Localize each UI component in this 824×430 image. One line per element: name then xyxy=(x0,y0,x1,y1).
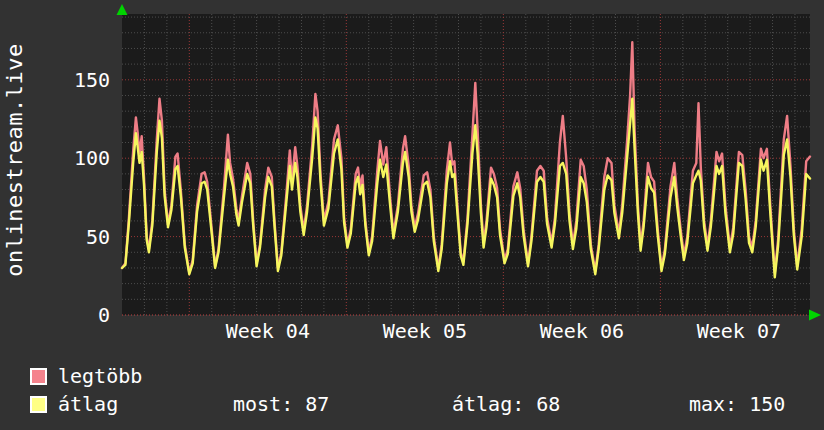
y-axis-label: 150 xyxy=(56,70,110,90)
legend-row-legtobb: legtöbb xyxy=(30,366,142,386)
x-axis-label: Week 05 xyxy=(383,321,467,341)
x-axis-label: Week 04 xyxy=(226,321,310,341)
x-axis-arrow-icon xyxy=(809,310,821,321)
y-axis-label: 100 xyxy=(56,148,110,168)
legend-label-atlag: átlag xyxy=(58,394,118,414)
y-axis-arrow-icon xyxy=(117,4,128,15)
y-axis-label: 0 xyxy=(56,305,110,325)
legend-swatch-legtobb-icon xyxy=(30,368,47,385)
stat-atlag: átlag: 68 xyxy=(452,394,560,414)
legend-row-atlag: átlag xyxy=(30,394,118,414)
stat-max: max: 150 xyxy=(689,394,785,414)
stat-most: most: 87 xyxy=(233,394,329,414)
legend-swatch-atlag-icon xyxy=(30,396,47,413)
legend-label-legtobb: legtöbb xyxy=(58,366,142,386)
rrd-graph-screen: onlinestream.live 050100150 Week 04Week … xyxy=(0,0,824,430)
x-axis-label: Week 06 xyxy=(540,321,624,341)
x-axis-label: Week 07 xyxy=(697,321,781,341)
y-axis-label: 50 xyxy=(56,227,110,247)
